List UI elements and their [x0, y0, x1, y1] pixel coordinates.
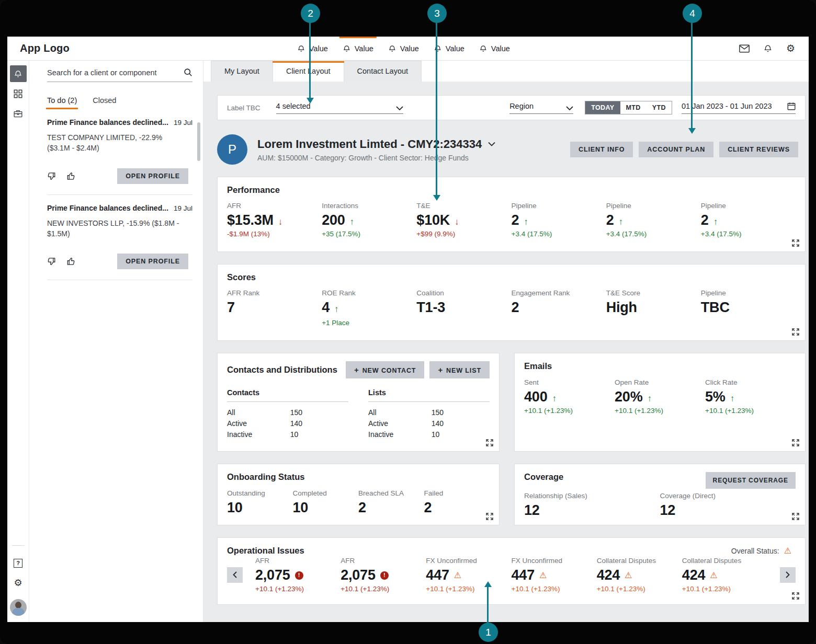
warning-icon: ⚠ [784, 547, 791, 555]
open-profile-button[interactable]: OPEN PROFILE [117, 168, 188, 184]
date-range-picker[interactable]: 01 Jan 2023 - 01 Jun 2023 [682, 102, 796, 114]
contacts-distributions-card: Contacts and Distributions +NEW CONTACT … [217, 353, 500, 452]
chevron-left-icon [233, 571, 237, 578]
metric-pipeline: Pipeline 2↑ +3.4 (17.5%) [606, 202, 701, 238]
metric-afr-rank: AFR Rank 7 [227, 289, 322, 327]
nav-item-label: Value [491, 44, 510, 53]
expand-icon[interactable] [792, 439, 799, 446]
thumbs-down-icon[interactable] [47, 257, 56, 266]
open-profile-button[interactable]: OPEN PROFILE [117, 254, 188, 269]
metric-tne: T&E $10K↓ +$99 (9.9%) [416, 202, 511, 238]
gear-icon[interactable]: ⚙ [786, 43, 795, 53]
top-navigation: App Logo Value Value Value Value [7, 37, 809, 61]
expand-icon[interactable] [486, 439, 493, 446]
carousel-prev-button[interactable] [227, 567, 243, 583]
notification-body: TEST COMPANY LIMITED, -22.9% ($3.1M - $2… [47, 132, 184, 154]
carousel-next-button[interactable] [780, 567, 796, 583]
client-avatar: P [217, 134, 247, 165]
app-window: App Logo Value Value Value Value [7, 37, 809, 622]
bell-icon[interactable] [763, 44, 773, 53]
metric-completed: Completed 10 [293, 489, 359, 516]
metric-collateral-disputes: Collateral Disputes 424⚠ +10.1 (+1.23%) [682, 557, 767, 593]
tab-contact-layout[interactable]: Contact Layout [344, 61, 422, 82]
metric-op-afr: AFR 2,075! +10.1 (+1.23%) [341, 557, 426, 593]
onboarding-status-card: Onboarding Status Outstanding 10 Complet… [217, 464, 500, 525]
metric-collateral-disputes: Collateral Disputes 424⚠ +10.1 (+1.23%) [597, 557, 682, 593]
expand-icon[interactable] [792, 513, 799, 520]
request-coverage-button[interactable]: REQUEST COVERAGE [706, 472, 796, 489]
region-dropdown[interactable]: Region [509, 102, 573, 114]
metric-relationship-sales: Relationship (Sales) 12 [524, 492, 660, 519]
nav-item-value-3[interactable]: Value [381, 37, 426, 60]
scores-card: Scores AFR Rank 7 ROE Rank 4↑ +1 Place [217, 264, 806, 341]
nav-item-label: Value [309, 44, 328, 53]
metric-afr: AFR $15.3M↓ -$1.9M (13%) [227, 202, 322, 238]
card-title: Performance [227, 185, 796, 195]
warning-icon: ⚠ [625, 571, 632, 580]
thumbs-up-icon[interactable] [66, 257, 75, 266]
trend-up-icon: ↑ [524, 217, 528, 227]
tab-client-layout[interactable]: Client Layout [273, 61, 344, 82]
rail-notifications-button[interactable] [10, 65, 27, 82]
left-icon-rail: ? ⚙ [7, 61, 29, 622]
rail-divider [12, 545, 25, 546]
callout-badge-1: 1 [479, 623, 498, 642]
client-info-button[interactable]: CLIENT INFO [570, 142, 633, 157]
nav-item-value-4[interactable]: Value [426, 37, 472, 60]
expand-icon[interactable] [792, 239, 799, 247]
metric-sent: Sent 400↑ +10.1 (+1.23%) [524, 378, 615, 415]
client-name-dropdown[interactable]: Lorem Investment Limted - CMY2:234334 [257, 137, 495, 151]
search-input[interactable]: Search for a client or component [47, 68, 192, 82]
mail-icon[interactable] [739, 44, 750, 53]
tab-closed[interactable]: Closed [93, 96, 116, 109]
metric-pipeline-score: Pipeline TBC [701, 289, 796, 327]
tab-my-layout[interactable]: My Layout [211, 61, 273, 82]
expand-icon[interactable] [792, 592, 799, 600]
bell-icon [297, 44, 305, 53]
metric-op-afr: AFR 2,075! +10.1 (+1.23%) [255, 557, 341, 593]
new-contact-button[interactable]: +NEW CONTACT [346, 361, 424, 378]
thumbs-up-icon[interactable] [66, 171, 75, 181]
metric-failed: Failed 2 [424, 489, 490, 516]
selected-filter-dropdown[interactable]: 4 selected [276, 102, 403, 114]
client-reviews-button[interactable]: CLIENT REVIEWS [719, 142, 798, 157]
trend-up-icon: ↑ [350, 217, 355, 227]
new-list-button[interactable]: +NEW LIST [429, 361, 490, 378]
metric-breached-sla: Breached SLA 2 [358, 489, 424, 516]
trend-down-icon: ↓ [455, 217, 459, 227]
warning-icon: ⚠ [710, 571, 717, 580]
trend-up-icon: ↑ [713, 217, 718, 227]
period-today[interactable]: TODAY [585, 101, 620, 114]
card-title: Operational Issues [227, 546, 304, 556]
bell-icon [343, 44, 351, 53]
lists-group: Lists All150 Active140 Inactive10 [368, 388, 490, 440]
metric-open-rate: Open Rate 20%↑ +10.1 (+1.23%) [615, 378, 705, 415]
account-plan-button[interactable]: ACCOUNT PLAN [639, 142, 713, 157]
callout-badge-4: 4 [683, 4, 702, 23]
nav-item-label: Value [355, 44, 373, 53]
callout-arrow-up-icon [484, 581, 492, 587]
thumbs-down-icon[interactable] [47, 171, 56, 181]
rail-portfolio-button[interactable] [10, 105, 27, 122]
rail-settings-button[interactable]: ⚙ [10, 574, 27, 591]
nav-item-value-5[interactable]: Value [472, 37, 517, 60]
expand-icon[interactable] [792, 328, 799, 336]
expand-icon[interactable] [486, 513, 493, 520]
performance-card: Performance AFR $15.3M↓ -$1.9M (13%) Int… [217, 177, 806, 252]
grid-icon [14, 89, 22, 98]
user-avatar[interactable] [10, 599, 27, 616]
callout-arrow-down-icon [307, 98, 314, 104]
tab-todo[interactable]: To do (2) [47, 96, 77, 109]
nav-item-value-2-active[interactable]: Value [335, 37, 381, 60]
rail-help-button[interactable]: ? [10, 555, 27, 571]
bell-icon [388, 44, 396, 53]
trend-up-icon: ↑ [334, 304, 339, 315]
period-ytd[interactable]: YTD [647, 101, 672, 114]
notification-title: Prime Finance balances declined... [47, 118, 168, 126]
sidebar-scrollbar[interactable] [197, 122, 200, 161]
period-mtd[interactable]: MTD [620, 101, 647, 114]
nav-item-value-1[interactable]: Value [290, 37, 335, 60]
rail-dashboard-button[interactable] [10, 85, 27, 102]
layout-tab-bar: My Layout Client Layout Contact Layout [203, 61, 809, 82]
metric-coverage-direct: Coverage (Direct) 12 [660, 492, 796, 519]
